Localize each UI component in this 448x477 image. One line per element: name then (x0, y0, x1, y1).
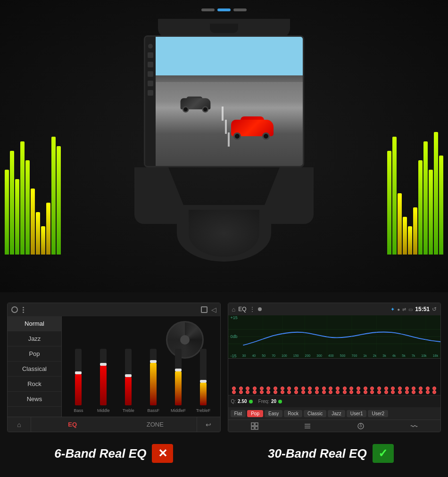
band30-slider-17[interactable] (342, 387, 348, 394)
band30-slider-21[interactable] (369, 387, 375, 394)
slider-dot[interactable] (294, 387, 298, 390)
slider-dot[interactable] (281, 387, 284, 390)
band30-slider-12[interactable] (307, 387, 313, 394)
home-icon[interactable]: ⌂ (232, 306, 236, 313)
slider-dot[interactable] (260, 390, 264, 394)
back-arrow-icon[interactable]: ◁ (211, 306, 216, 313)
eq-band-middlef[interactable]: MiddleF (171, 349, 185, 413)
preset-pop[interactable]: Pop (247, 410, 263, 417)
slider-dot[interactable] (432, 387, 436, 390)
slider-dot[interactable] (253, 387, 257, 390)
slider-dot[interactable] (246, 387, 249, 390)
band-handle-bass[interactable] (75, 371, 82, 374)
band30-slider-22[interactable] (376, 387, 382, 394)
band30-slider-28[interactable] (418, 387, 423, 394)
slider-dot[interactable] (349, 390, 353, 394)
dot-menu-icon[interactable]: ⋮ (249, 306, 255, 313)
slider-dot[interactable] (419, 387, 423, 390)
band30-slider-20[interactable] (363, 387, 368, 394)
band30-slider-11[interactable] (300, 387, 306, 394)
power-button[interactable] (148, 44, 153, 49)
band30-slider-14[interactable] (321, 387, 327, 394)
slider-dot[interactable] (412, 387, 415, 390)
band-handle-middle[interactable] (100, 363, 107, 366)
slider-dot[interactable] (294, 390, 298, 394)
slider-dot[interactable] (343, 387, 347, 390)
eq-band-middle[interactable]: Middle (96, 349, 110, 413)
slider-dot[interactable] (370, 387, 374, 390)
slider-dot[interactable] (357, 390, 360, 394)
slider-dot[interactable] (308, 390, 312, 394)
dots-icon[interactable] (23, 307, 24, 313)
eq-band-treblef[interactable]: TrebleF (196, 349, 210, 413)
band30-slider-9[interactable] (286, 387, 292, 394)
preset-rock[interactable]: Rock (8, 377, 61, 392)
preset-flat[interactable]: Flat (231, 410, 246, 417)
slider-dot[interactable] (301, 390, 305, 394)
nav-home-button[interactable]: ⌂ (8, 417, 31, 432)
slider-dot[interactable] (398, 387, 402, 390)
slider-dot[interactable] (384, 387, 388, 390)
nav-list-icon[interactable] (304, 422, 311, 430)
slider-dot[interactable] (322, 390, 326, 394)
slider-dot[interactable] (287, 390, 291, 394)
slider-dot[interactable] (329, 387, 332, 390)
slider-dot[interactable] (329, 390, 332, 394)
preset-pop[interactable]: Pop (8, 346, 61, 362)
slider-dot[interactable] (349, 387, 353, 390)
band30-slider-10[interactable] (293, 387, 299, 394)
band30-slider-23[interactable] (383, 387, 389, 394)
slider-dot[interactable] (315, 390, 319, 394)
band30-slider-8[interactable] (280, 387, 285, 394)
nav-wave-icon[interactable] (410, 422, 418, 430)
slider-dot[interactable] (336, 387, 340, 390)
slider-dot[interactable] (260, 387, 264, 390)
slider-dot[interactable] (391, 390, 395, 394)
eq-band-treble[interactable]: Treble (121, 349, 135, 413)
slider-dot[interactable] (405, 390, 409, 394)
side-btn-2[interactable] (148, 62, 153, 67)
band-handle-treble[interactable] (125, 374, 132, 377)
band30-slider-15[interactable] (328, 387, 333, 394)
band-handle-middlef[interactable] (175, 369, 182, 371)
dot-1[interactable] (201, 8, 215, 11)
slider-dot[interactable] (287, 387, 291, 390)
band30-slider-27[interactable] (411, 387, 416, 394)
preset-jazz[interactable]: Jazz (8, 331, 61, 346)
band-handle-bassf[interactable] (150, 360, 157, 363)
slider-dot[interactable] (426, 387, 430, 390)
band30-slider-1[interactable] (231, 387, 237, 394)
eq-band-bassf[interactable]: BassF (146, 349, 160, 413)
slider-dot[interactable] (357, 387, 360, 390)
slider-dot[interactable] (274, 387, 277, 390)
dot-2[interactable] (217, 8, 231, 11)
slider-dot[interactable] (370, 390, 374, 394)
slider-dot[interactable] (266, 390, 270, 394)
preset-classic[interactable]: Classic (304, 410, 326, 417)
preset-user2[interactable]: User2 (368, 410, 388, 417)
slider-dot[interactable] (232, 387, 236, 390)
eq-band-bass[interactable]: Bass (71, 349, 85, 413)
slider-dot[interactable] (377, 390, 381, 394)
slider-dot[interactable] (253, 390, 257, 394)
slider-dot[interactable] (274, 390, 277, 394)
band30-slider-7[interactable] (273, 387, 278, 394)
band30-slider-5[interactable] (259, 387, 265, 394)
slider-dot[interactable] (232, 390, 236, 394)
band30-slider-18[interactable] (348, 387, 354, 394)
band30-slider-19[interactable] (356, 387, 361, 394)
band30-slider-26[interactable] (404, 387, 410, 394)
q-indicator[interactable] (249, 400, 253, 403)
slider-dot[interactable] (281, 390, 284, 394)
preset-jazz[interactable]: Jazz (328, 410, 345, 417)
slider-dot[interactable] (322, 387, 326, 390)
band30-slider-4[interactable] (252, 387, 257, 394)
slider-dot[interactable] (405, 387, 409, 390)
square-icon[interactable] (201, 306, 207, 313)
circle-icon[interactable] (11, 306, 18, 313)
side-btn-3[interactable] (148, 71, 153, 77)
band30-slider-25[interactable] (397, 387, 403, 394)
side-btn-5[interactable] (148, 90, 153, 96)
slider-dot[interactable] (343, 390, 347, 394)
band-handle-treblef[interactable] (200, 380, 207, 383)
